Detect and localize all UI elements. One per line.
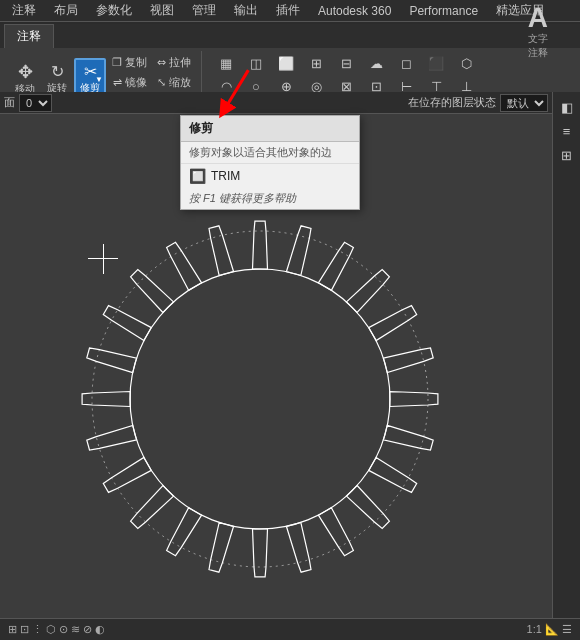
copy-icon: ❐	[112, 56, 122, 69]
propbar-label2: 在位存的图层状态	[408, 95, 496, 110]
ribbon-tabs: 注释	[0, 24, 580, 48]
propbar: 面 0 在位存的图层状态 默认	[0, 92, 552, 114]
btn-region[interactable]: ⊞	[302, 53, 330, 74]
stretch-icon: ⇔	[157, 56, 166, 69]
sidebar-btn-1[interactable]: ◧	[556, 96, 578, 118]
propbar-layer-select[interactable]: 0	[19, 94, 52, 112]
btn-copy-label: 复制	[125, 55, 147, 70]
btn-stretch[interactable]: ⇔ 拉伸	[153, 53, 195, 72]
dropdown-item-trim[interactable]: 🔲 TRIM	[181, 164, 359, 188]
red-arrow	[205, 64, 255, 119]
btn-scale-label: 缩放	[169, 75, 191, 90]
menu-output[interactable]: 输出	[226, 0, 266, 21]
propbar-state-select[interactable]: 默认	[500, 94, 548, 112]
right-label: 注释	[558, 606, 575, 614]
text-panel: A 文字 注释	[528, 4, 548, 60]
btn-3d[interactable]: ⬡	[452, 53, 480, 74]
btn-cloud[interactable]: ☁	[362, 53, 390, 74]
annotation-label: 注释	[528, 46, 548, 60]
text-label: 文字	[528, 32, 548, 46]
propbar-label1: 面	[4, 95, 15, 110]
menu-autodesk360[interactable]: Autodesk 360	[310, 2, 399, 20]
menu-plugin[interactable]: 插件	[268, 0, 308, 21]
dropdown-title: 修剪	[181, 116, 359, 142]
menu-parametric[interactable]: 参数化	[88, 0, 140, 21]
svg-point-0	[130, 269, 390, 529]
dropdown-hint: 按 F1 键获得更多帮助	[181, 188, 359, 209]
btn-stretch-label: 拉伸	[169, 55, 191, 70]
status-text: ⊞ ⊡ ⋮ ⬡ ⊙ ≋ ⊘ ◐	[8, 623, 105, 636]
dropdown-description: 修剪对象以适合其他对象的边	[181, 142, 359, 164]
btn-boundary[interactable]: ⬜	[272, 53, 300, 74]
mirror-icon: ⇌	[113, 76, 122, 89]
move-icon: ✥	[18, 63, 33, 81]
btn-field[interactable]: ⬛	[422, 53, 450, 74]
tab-annotation[interactable]: 注释	[4, 24, 54, 48]
btn-mirror-label: 镜像	[125, 75, 147, 90]
menu-layout[interactable]: 布局	[46, 0, 86, 21]
svg-line-3	[224, 70, 248, 110]
gear-drawing	[30, 174, 490, 618]
trim-icon: ✂	[84, 64, 97, 80]
menu-manage[interactable]: 管理	[184, 0, 224, 21]
menu-annotation[interactable]: 注释	[4, 0, 44, 21]
menu-view[interactable]: 视图	[142, 0, 182, 21]
btn-copy[interactable]: ❐ 复制	[108, 53, 151, 72]
dropdown-popup: 修剪 修剪对象以适合其他对象的边 🔲 TRIM 按 F1 键获得更多帮助	[180, 115, 360, 210]
scale-icon: ⤡	[157, 76, 166, 89]
sidebar-btn-2[interactable]: ≡	[556, 120, 578, 142]
btn-scale[interactable]: ⤡ 缩放	[153, 73, 195, 92]
statusbar: ⊞ ⊡ ⋮ ⬡ ⊙ ≋ ⊘ ◐ 1:1 📐 ☰	[0, 618, 580, 640]
btn-table[interactable]: ⊟	[332, 53, 360, 74]
trim-item-icon: 🔲	[189, 168, 205, 184]
btn-mirror[interactable]: ⇌ 镜像	[108, 73, 151, 92]
sidebar-btn-3[interactable]: ⊞	[556, 144, 578, 166]
text-a-icon: A	[528, 4, 548, 32]
status-coords: 1:1 📐 ☰	[527, 623, 572, 636]
svg-point-1	[92, 231, 428, 567]
dropdown-item-trim-label: TRIM	[211, 169, 240, 183]
btn-wipeout[interactable]: ◻	[392, 53, 420, 74]
menu-performance[interactable]: Performance	[401, 2, 486, 20]
rotate-icon: ↻	[51, 64, 64, 80]
right-sidebar: ◧ ≡ ⊞ 注释	[552, 92, 580, 618]
menubar: 注释 布局 参数化 视图 管理 输出 插件 Autodesk 360 Perfo…	[0, 0, 580, 22]
